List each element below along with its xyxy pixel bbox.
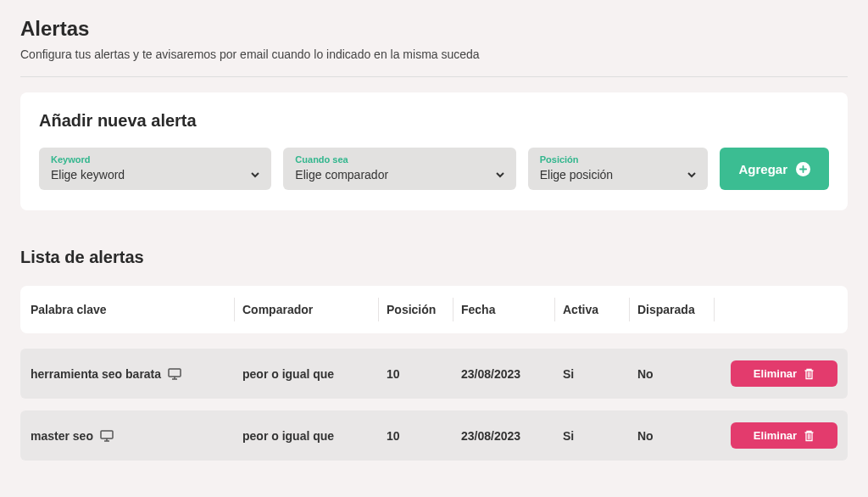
col-header-action bbox=[722, 303, 837, 316]
desktop-icon bbox=[100, 430, 114, 442]
delete-label: Eliminar bbox=[754, 429, 797, 442]
cell-date: 23/08/2023 bbox=[461, 429, 563, 443]
compare-label: Cuando sea bbox=[295, 154, 504, 165]
delete-label: Eliminar bbox=[754, 367, 797, 380]
add-button[interactable]: Agregar bbox=[720, 148, 829, 190]
position-value: Elige posición bbox=[540, 168, 613, 181]
keyword-select[interactable]: Keyword Elige keyword bbox=[39, 148, 271, 190]
trash-icon bbox=[804, 430, 815, 442]
desktop-icon bbox=[168, 368, 181, 380]
position-label: Posición bbox=[540, 154, 697, 165]
svg-rect-0 bbox=[169, 369, 181, 377]
alerts-table: Palabra clave Comparador Posición Fecha … bbox=[20, 286, 848, 461]
add-button-label: Agregar bbox=[738, 162, 787, 176]
cell-compare: peor o igual que bbox=[242, 429, 387, 443]
cell-active: Si bbox=[563, 429, 637, 443]
list-title: Lista de alertas bbox=[20, 248, 848, 267]
add-alert-title: Añadir nueva alerta bbox=[39, 111, 829, 131]
page-title: Alertas bbox=[20, 17, 848, 41]
keyword-label: Keyword bbox=[51, 154, 259, 165]
chevron-down-icon bbox=[687, 170, 696, 179]
table-row: master seo peor o igual que 10 23/08/202… bbox=[20, 410, 848, 461]
col-header-fired: Disparada bbox=[637, 303, 722, 316]
add-alert-form-row: Keyword Elige keyword Cuando sea Elige c… bbox=[39, 148, 829, 190]
cell-position: 10 bbox=[387, 367, 461, 381]
keyword-value: Elige keyword bbox=[51, 168, 125, 181]
cell-keyword: herramienta seo barata bbox=[31, 367, 161, 381]
col-header-active: Activa bbox=[563, 303, 637, 316]
cell-fired: No bbox=[637, 367, 722, 381]
compare-select[interactable]: Cuando sea Elige comparador bbox=[283, 148, 515, 190]
col-header-date: Fecha bbox=[461, 303, 563, 316]
col-header-keyword: Palabra clave bbox=[31, 303, 242, 316]
delete-button[interactable]: Eliminar bbox=[731, 360, 837, 387]
trash-icon bbox=[804, 368, 815, 380]
cell-keyword: master seo bbox=[31, 429, 93, 443]
plus-circle-icon bbox=[796, 162, 810, 176]
cell-position: 10 bbox=[387, 429, 461, 443]
chevron-down-icon bbox=[496, 170, 504, 179]
svg-rect-1 bbox=[101, 431, 113, 438]
page-subtitle: Configura tus alertas y te avisaremos po… bbox=[20, 47, 848, 61]
table-header: Palabra clave Comparador Posición Fecha … bbox=[20, 286, 848, 333]
col-header-compare: Comparador bbox=[242, 303, 387, 316]
delete-button[interactable]: Eliminar bbox=[731, 422, 837, 449]
divider bbox=[20, 76, 848, 77]
cell-date: 23/08/2023 bbox=[461, 367, 563, 381]
chevron-down-icon bbox=[251, 170, 259, 179]
compare-value: Elige comparador bbox=[295, 168, 388, 181]
table-row: herramienta seo barata peor o igual que … bbox=[20, 349, 848, 399]
col-header-position: Posición bbox=[387, 303, 461, 316]
add-alert-card: Añadir nueva alerta Keyword Elige keywor… bbox=[20, 92, 848, 210]
position-select[interactable]: Posición Elige posición bbox=[528, 148, 709, 190]
cell-fired: No bbox=[637, 429, 722, 443]
cell-active: Si bbox=[563, 367, 637, 381]
cell-compare: peor o igual que bbox=[242, 367, 387, 381]
